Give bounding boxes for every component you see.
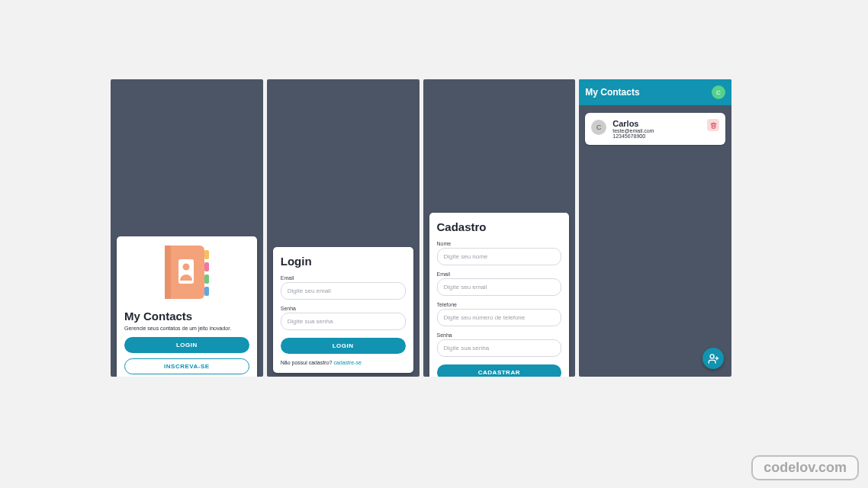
signup-email-label: Email [437,271,562,277]
add-contact-fab[interactable] [702,348,724,369]
email-label: Email [281,275,406,281]
login-button[interactable]: LOGIN [124,337,249,353]
contact-name: Carlos [612,119,654,128]
screen-welcome: My Contacts Gerencie seus contatos de um… [111,79,263,377]
welcome-subtitle: Gerencie seus contatos de um jeito inova… [124,326,249,331]
signup-password-input[interactable] [437,339,562,357]
profile-avatar[interactable]: C [712,85,725,99]
contact-phone: 12345678900 [612,133,654,139]
screen-signup: Cadastro Nome Email Telefone Senha CADAS… [423,79,576,377]
user-plus-icon [708,353,719,364]
watermark: codelov.com [751,455,859,480]
welcome-card: My Contacts Gerencie seus contatos de um… [117,236,257,377]
svg-rect-1 [165,246,171,299]
svg-point-8 [710,354,714,358]
contacts-header: My Contacts C [579,79,731,105]
login-submit-button[interactable]: LOGIN [281,338,406,354]
phone-label: Telefone [437,302,562,307]
login-title: Login [281,255,406,268]
contacts-header-title: My Contacts [585,87,639,98]
contacts-book-icon [160,242,214,303]
signup-submit-button[interactable]: CADASTRAR [437,364,562,377]
phone-input[interactable] [437,309,562,326]
signup-button[interactable]: INSCREVA-SE [124,358,249,374]
welcome-title: My Contacts [124,310,249,323]
signup-email-input[interactable] [437,278,562,296]
login-card: Login Email Senha LOGIN Não possui cadas… [273,247,413,373]
screen-contacts: My Contacts C C Carlos teste@email.com 1… [579,79,731,377]
login-helper: Não possui cadastro? cadastre-se [281,360,406,365]
password-label: Senha [281,306,406,311]
contact-avatar: C [591,120,606,135]
name-label: Nome [437,241,562,246]
contact-email: teste@email.com [612,128,654,133]
svg-rect-3 [204,262,209,271]
signup-title: Cadastro [437,220,562,233]
signup-password-label: Senha [437,332,562,338]
svg-point-7 [182,264,189,271]
name-input[interactable] [437,248,562,265]
svg-rect-5 [204,287,209,296]
contact-card[interactable]: C Carlos teste@email.com 12345678900 [585,113,725,145]
email-input[interactable] [281,282,406,300]
svg-rect-4 [204,274,209,284]
signup-link[interactable]: cadastre-se [333,360,362,365]
contact-info: Carlos teste@email.com 12345678900 [612,119,654,139]
signup-card: Cadastro Nome Email Telefone Senha CADAS… [429,213,570,377]
password-input[interactable] [281,313,406,330]
screen-login: Login Email Senha LOGIN Não possui cadas… [267,79,420,377]
svg-rect-2 [204,250,209,259]
delete-contact-button[interactable] [707,119,719,131]
trash-icon [710,122,717,129]
login-helper-text: Não possui cadastro? [281,360,334,365]
